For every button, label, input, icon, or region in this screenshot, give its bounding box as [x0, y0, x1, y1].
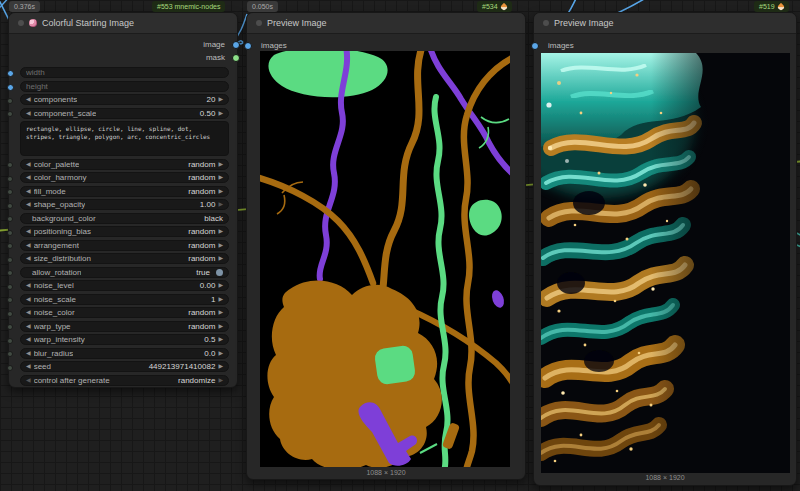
exec-time-badge: 0.050s	[247, 1, 278, 12]
generated-shapes-preview[interactable]	[260, 51, 510, 467]
widget-label: shape_opacity	[34, 200, 86, 209]
widget-color-palette[interactable]: ◀ color_palette random ▶	[20, 159, 229, 170]
increment-arrow-icon[interactable]: ▶	[218, 376, 223, 385]
decrement-arrow-icon[interactable]: ◀	[26, 95, 31, 104]
increment-arrow-icon[interactable]: ▶	[218, 335, 223, 344]
increment-arrow-icon[interactable]: ▶	[218, 200, 223, 209]
increment-arrow-icon[interactable]: ▶	[218, 349, 223, 358]
widget-input-dot[interactable]	[7, 270, 13, 276]
widget-noise-level[interactable]: ◀ noise_level 0.00 ▶	[20, 280, 229, 291]
shape-types-textarea[interactable]: rectangle, ellipse, circle, line, spline…	[20, 121, 229, 156]
decrement-arrow-icon[interactable]: ◀	[26, 187, 31, 196]
increment-arrow-icon[interactable]: ▶	[218, 241, 223, 250]
increment-arrow-icon[interactable]: ▶	[218, 362, 223, 371]
widget-allow-rotation[interactable]: allow_rotation true	[20, 267, 229, 278]
input-slot-images[interactable]	[531, 42, 539, 50]
widget-components[interactable]: ◀ components 20 ▶	[20, 94, 229, 105]
widget-component-scale[interactable]: ◀ component_scale 0.50 ▶	[20, 108, 229, 119]
increment-arrow-icon[interactable]: ▶	[218, 308, 223, 317]
widget-input-dot[interactable]	[7, 297, 13, 303]
node-header[interactable]: Colorful Starting Image	[9, 13, 237, 34]
widget-input-dot[interactable]	[7, 216, 13, 222]
increment-arrow-icon[interactable]: ▶	[218, 95, 223, 104]
widget-input-dot[interactable]	[7, 365, 13, 371]
widget-input-dot[interactable]	[7, 98, 13, 104]
increment-arrow-icon[interactable]: ▶	[218, 109, 223, 118]
widget-warp-intensity[interactable]: ◀ warp_intensity 0.5 ▶	[20, 334, 229, 345]
widget-input-dot[interactable]	[7, 257, 13, 263]
decrement-arrow-icon[interactable]: ◀	[26, 160, 31, 169]
widget-label: control after generate	[34, 376, 110, 385]
widget-input-dot[interactable]	[7, 243, 13, 249]
widget-blur-radius[interactable]: ◀ blur_radius 0.0 ▶	[20, 348, 229, 359]
node-colorful-starting-image[interactable]: Colorful Starting Image image mask width…	[8, 12, 238, 388]
widget-input-dot[interactable]	[7, 111, 13, 117]
widget-input-dot[interactable]	[7, 189, 13, 195]
collapse-dot-icon[interactable]	[18, 20, 24, 26]
input-height[interactable]: height	[20, 81, 229, 92]
output-slot-image[interactable]	[232, 41, 240, 49]
node-title: Preview Image	[267, 18, 327, 28]
widget-input-dot[interactable]	[7, 324, 13, 330]
widget-value: 20	[206, 95, 215, 104]
rendered-fractal-preview[interactable]	[541, 53, 790, 473]
decrement-arrow-icon[interactable]: ◀	[26, 241, 31, 250]
widget-input-dot[interactable]	[7, 311, 13, 317]
widget-input-dot[interactable]	[7, 338, 13, 344]
widget-control-after-generate[interactable]: ◀ control after generate randomize ▶	[20, 375, 229, 386]
decrement-arrow-icon[interactable]: ◀	[26, 109, 31, 118]
input-slot-images[interactable]	[244, 42, 252, 50]
widget-seed[interactable]: ◀ seed 449213971410082 ▶	[20, 361, 229, 372]
collapse-dot-icon[interactable]	[543, 20, 549, 26]
node-graph-canvas[interactable]: 0.376s #553 mnemic-nodes 0.050s #534 #51…	[0, 0, 800, 491]
increment-arrow-icon[interactable]: ▶	[218, 227, 223, 236]
increment-arrow-icon[interactable]: ▶	[218, 160, 223, 169]
collapse-dot-icon[interactable]	[256, 20, 262, 26]
node-preview-image-2[interactable]: Preview Image images	[533, 12, 797, 486]
increment-arrow-icon[interactable]: ▶	[218, 187, 223, 196]
increment-arrow-icon[interactable]: ▶	[218, 173, 223, 182]
node-preview-image-1[interactable]: Preview Image images	[246, 12, 526, 480]
widget-noise-scale[interactable]: ◀ noise_scale 1 ▶	[20, 294, 229, 305]
decrement-arrow-icon[interactable]: ◀	[26, 376, 31, 385]
decrement-arrow-icon[interactable]: ◀	[26, 200, 31, 209]
widget-input-dot[interactable]	[7, 176, 13, 182]
decrement-arrow-icon[interactable]: ◀	[26, 295, 31, 304]
input-slot-width[interactable]	[7, 70, 14, 77]
increment-arrow-icon[interactable]: ▶	[218, 295, 223, 304]
decrement-arrow-icon[interactable]: ◀	[26, 281, 31, 290]
widget-size-distribution[interactable]: ◀ size_distribution random ▶	[20, 253, 229, 264]
widget-input-dot[interactable]	[7, 284, 13, 290]
widget-color-harmony[interactable]: ◀ color_harmony random ▶	[20, 172, 229, 183]
widget-warp-type[interactable]: ◀ warp_type random ▶	[20, 321, 229, 332]
decrement-arrow-icon[interactable]: ◀	[26, 227, 31, 236]
decrement-arrow-icon[interactable]: ◀	[26, 308, 31, 317]
input-width[interactable]: width	[20, 67, 229, 78]
decrement-arrow-icon[interactable]: ◀	[26, 254, 31, 263]
widget-arrangement[interactable]: ◀ arrangement random ▶	[20, 240, 229, 251]
widget-noise-color[interactable]: ◀ noise_color random ▶	[20, 307, 229, 318]
decrement-arrow-icon[interactable]: ◀	[26, 173, 31, 182]
widget-positioning-bias[interactable]: ◀ positioning_bias random ▶	[20, 226, 229, 237]
widget-fill-mode[interactable]: ◀ fill_mode random ▶	[20, 186, 229, 197]
node-id-badge: #534	[477, 1, 512, 12]
widget-input-dot[interactable]	[7, 230, 13, 236]
decrement-arrow-icon[interactable]: ◀	[26, 322, 31, 331]
widget-input-dot[interactable]	[7, 203, 13, 209]
increment-arrow-icon[interactable]: ▶	[218, 254, 223, 263]
widget-shape-opacity[interactable]: ◀ shape_opacity 1.00 ▶	[20, 199, 229, 210]
increment-arrow-icon[interactable]: ▶	[218, 281, 223, 290]
widget-input-dot[interactable]	[7, 351, 13, 357]
widget-input-dot[interactable]	[7, 162, 13, 168]
node-header[interactable]: Preview Image	[247, 13, 525, 34]
node-header[interactable]: Preview Image	[534, 13, 796, 34]
decrement-arrow-icon[interactable]: ◀	[26, 349, 31, 358]
decrement-arrow-icon[interactable]: ◀	[26, 362, 31, 371]
widget-label: arrangement	[34, 241, 79, 250]
increment-arrow-icon[interactable]: ▶	[218, 322, 223, 331]
toggle-knob[interactable]	[216, 269, 223, 276]
widget-background-color[interactable]: background_color black	[20, 213, 229, 224]
output-slot-mask[interactable]	[232, 54, 240, 62]
input-slot-height[interactable]	[7, 84, 14, 91]
decrement-arrow-icon[interactable]: ◀	[26, 335, 31, 344]
